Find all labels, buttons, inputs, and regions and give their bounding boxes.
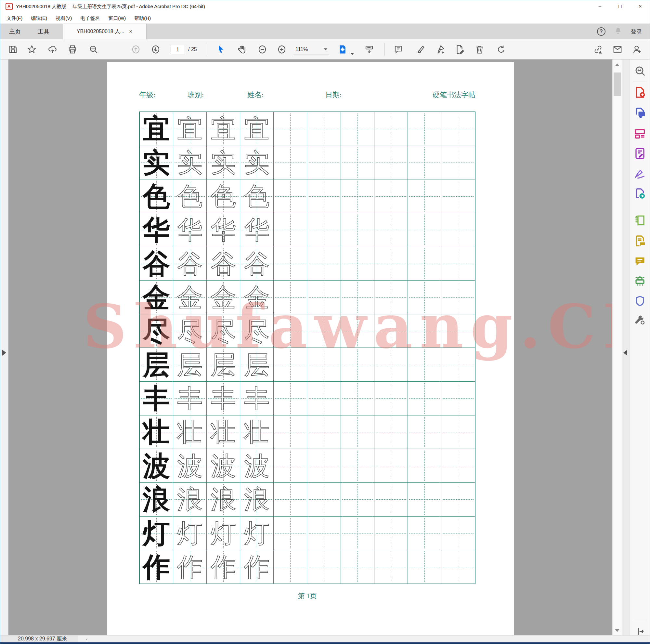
scroll-up-icon[interactable] <box>615 63 619 66</box>
fit-page-chevron-icon[interactable] <box>351 53 354 55</box>
grid-cell <box>374 516 408 550</box>
scrollbar-thumb[interactable] <box>614 72 621 96</box>
fit-page-icon[interactable] <box>338 44 348 54</box>
grid-cell: 层 <box>173 348 207 382</box>
open-right-panel-icon[interactable] <box>623 350 627 356</box>
trace-character: 华 <box>211 217 236 243</box>
toolbar-menu-icon[interactable] <box>364 44 374 54</box>
comment-icon[interactable] <box>394 44 403 54</box>
sidebar-tool-edit-pdf-icon[interactable] <box>634 148 646 159</box>
grid-cell <box>408 483 441 516</box>
grid-cell: 灯 <box>240 516 274 550</box>
grid-cell <box>408 314 441 348</box>
edit-page-icon[interactable] <box>455 44 464 54</box>
grid-cell <box>341 281 374 314</box>
tab-tools[interactable]: 工具 <box>32 24 56 39</box>
zoom-in-icon[interactable] <box>277 44 287 54</box>
trash-icon[interactable] <box>475 44 484 54</box>
save-icon[interactable] <box>8 44 18 54</box>
search-zoom-icon[interactable] <box>89 44 99 54</box>
scroll-down-icon[interactable] <box>615 629 619 632</box>
sidebar-tool-protect-icon[interactable] <box>634 295 646 307</box>
menu-item-5[interactable]: 帮助(H) <box>130 13 155 24</box>
email-icon[interactable] <box>613 44 622 54</box>
minimize-button[interactable]: − <box>590 0 610 13</box>
grid-cell <box>441 348 475 382</box>
grid-cell <box>341 247 374 281</box>
tab-home[interactable]: 主页 <box>3 24 27 39</box>
sign-pen-icon[interactable] <box>435 44 445 54</box>
zoom-level-select[interactable]: 111% <box>293 44 329 55</box>
maximize-button[interactable]: □ <box>610 0 630 13</box>
menu-item-1[interactable]: 编辑(E) <box>27 13 51 24</box>
menu-bar: 文件(F)编辑(E)视图(V)电子签名窗口(W)帮助(H) <box>0 13 650 24</box>
sign-in-button[interactable]: 登录 <box>631 28 642 35</box>
highlighter-icon[interactable] <box>416 44 425 54</box>
grid-cell <box>274 179 307 213</box>
grid-cell: 灯 <box>207 516 240 550</box>
grid-cell: 华 <box>173 213 207 247</box>
page-up-icon[interactable] <box>131 44 141 54</box>
document-tab-label: YBH002050018.人... <box>77 28 124 35</box>
model-character: 色 <box>143 183 170 210</box>
grid-cell: 丰 <box>140 382 173 416</box>
sidebar-tool-organize-pages-icon[interactable] <box>634 128 646 139</box>
sidebar-tool-export-pdf-icon[interactable] <box>634 107 646 119</box>
help-icon[interactable]: ? <box>597 27 606 36</box>
pdf-page[interactable]: 年级: 班别: 姓名: 日期: 硬笔书法字帖 宜宜宜宜实实实实色色色色华华华华谷… <box>107 62 514 635</box>
cloud-upload-icon[interactable] <box>48 44 58 54</box>
sidebar-tool-share-pdf-icon[interactable] <box>634 188 646 200</box>
link-icon[interactable] <box>593 44 603 54</box>
sidebar-tool-comments-icon[interactable] <box>634 255 646 267</box>
grid-cell: 层 <box>240 348 274 382</box>
close-button[interactable]: × <box>630 0 650 13</box>
trace-character: 灯 <box>177 521 203 546</box>
menu-item-3[interactable]: 电子签名 <box>76 13 104 24</box>
trace-character: 尽 <box>211 318 236 344</box>
close-tab-icon[interactable]: ✕ <box>129 29 133 34</box>
sidebar-tool-fill-and-sign-icon[interactable] <box>634 168 646 179</box>
sidebar-tool-more-tools-icon[interactable] <box>634 314 646 326</box>
status-back-icon[interactable]: ‹ <box>86 636 87 642</box>
grid-cell: 波 <box>140 449 173 483</box>
zoom-out-icon[interactable] <box>257 44 267 54</box>
vertical-scrollbar[interactable] <box>612 60 622 635</box>
grid-cell <box>307 213 340 247</box>
document-tab[interactable]: YBH002050018.人... ✕ <box>63 24 147 39</box>
print-icon[interactable] <box>68 44 77 54</box>
sidebar-tool-scan-ocr-icon[interactable] <box>634 215 646 226</box>
menu-item-4[interactable]: 窗口(W) <box>104 13 130 24</box>
trace-character: 浪 <box>244 487 269 512</box>
hand-tool-icon[interactable] <box>237 44 247 54</box>
sidebar-tool-create-pdf-icon[interactable] <box>634 86 646 98</box>
page-number-input[interactable] <box>171 45 185 54</box>
grid-cell <box>274 247 307 281</box>
rotate-icon[interactable] <box>496 44 506 54</box>
sidebar-tool-request-signatures-icon[interactable] <box>634 235 646 247</box>
grid-cell: 尽 <box>173 314 207 348</box>
main-toolbar: / 25 111% <box>0 39 650 60</box>
select-cursor-icon[interactable] <box>216 44 226 54</box>
sidebar-tool-print-production-icon[interactable] <box>634 275 646 287</box>
trace-character: 金 <box>244 285 269 310</box>
grid-cell: 色 <box>140 179 173 213</box>
sidebar-tool-search-tool-icon[interactable] <box>634 65 646 77</box>
trace-character: 灯 <box>211 521 236 546</box>
grid-cell: 实 <box>240 146 274 180</box>
trace-character: 谷 <box>177 251 203 276</box>
trace-character: 作 <box>177 554 203 580</box>
trace-character: 灯 <box>244 521 269 546</box>
grid-cell <box>374 416 408 449</box>
grid-cell: 丰 <box>207 382 240 416</box>
add-person-icon[interactable] <box>632 44 642 54</box>
status-bar: 20.998 x 29.697 厘米 ‹ <box>0 635 650 642</box>
grid-cell <box>307 179 340 213</box>
notifications-bell-icon[interactable] <box>614 27 622 36</box>
menu-item-0[interactable]: 文件(F) <box>2 13 27 24</box>
page-down-icon[interactable] <box>151 44 160 54</box>
grid-cell: 作 <box>140 550 173 583</box>
menu-item-2[interactable]: 视图(V) <box>51 13 76 24</box>
open-left-panel-icon[interactable] <box>2 350 6 356</box>
grid-cell: 色 <box>173 179 207 213</box>
star-icon[interactable] <box>27 44 37 54</box>
